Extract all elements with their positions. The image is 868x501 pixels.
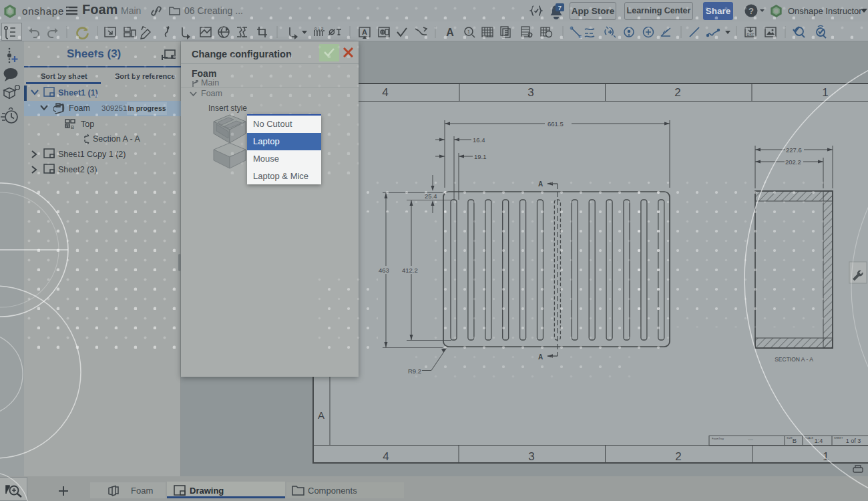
svg-text:SCALE: SCALE <box>805 436 813 440</box>
svg-text:2: 2 <box>674 86 680 99</box>
svg-text:----: ---- <box>748 438 753 442</box>
svg-text:16.4: 16.4 <box>473 136 485 144</box>
svg-text:SIZE: SIZE <box>787 436 793 440</box>
svg-text:7: 7 <box>558 4 562 11</box>
svg-text:412.2: 412.2 <box>402 267 418 274</box>
svg-text:1: 1 <box>822 86 828 99</box>
svg-text:A: A <box>362 28 367 36</box>
svg-text:SHEET: SHEET <box>834 436 843 440</box>
svg-text:202.2: 202.2 <box>785 158 801 166</box>
svg-text:2: 2 <box>675 450 681 463</box>
svg-text:R9.2: R9.2 <box>408 367 421 375</box>
svg-text:19.1: 19.1 <box>474 153 487 160</box>
svg-text:4: 4 <box>383 450 389 463</box>
svg-text:3: 3 <box>528 450 534 463</box>
svg-text:661.5: 661.5 <box>548 120 564 128</box>
svg-text:463: 463 <box>379 267 389 274</box>
svg-text:A: A <box>318 409 324 421</box>
svg-text:1 of 3: 1 of 3 <box>846 438 861 444</box>
svg-text:A: A <box>446 27 454 38</box>
svg-text:4: 4 <box>382 86 388 99</box>
svg-text:1: 1 <box>823 450 829 463</box>
svg-text:SECTION A - A: SECTION A - A <box>775 356 813 363</box>
svg-text:?: ? <box>748 6 754 16</box>
svg-text:0 1 2: 0 1 2 <box>314 27 324 31</box>
svg-text:FoamTray: FoamTray <box>712 437 724 440</box>
svg-text:227.6: 227.6 <box>786 146 802 154</box>
svg-text:A: A <box>538 353 543 361</box>
svg-text:25.4: 25.4 <box>425 192 437 200</box>
svg-text:A: A <box>538 180 543 188</box>
svg-text:B: B <box>793 437 797 444</box>
svg-text:1: 1 <box>467 29 470 34</box>
svg-text:B: B <box>71 124 74 130</box>
svg-text:3: 3 <box>527 86 533 99</box>
svg-text:DXF: DXF <box>747 33 755 37</box>
svg-text:1:4: 1:4 <box>815 438 823 444</box>
